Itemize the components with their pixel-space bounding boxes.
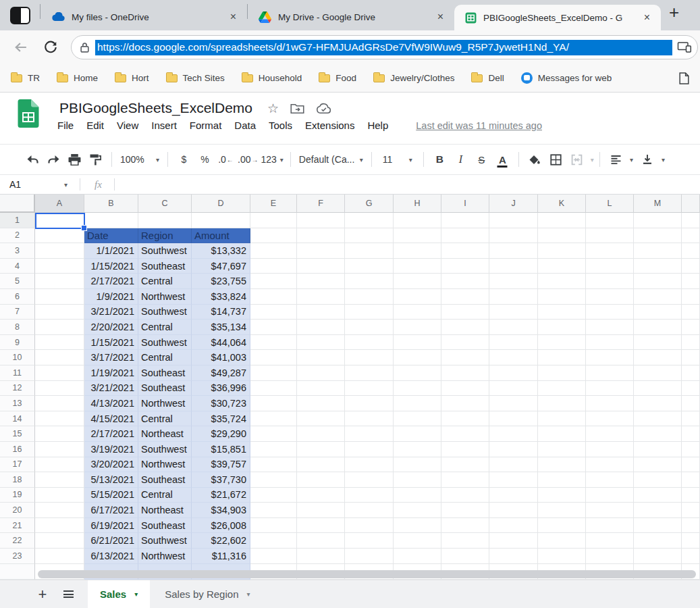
select-all-corner[interactable] — [0, 195, 35, 213]
cell-H19[interactable] — [394, 488, 441, 503]
cell-E20[interactable] — [250, 503, 297, 518]
sheet-tab-sales-by-region[interactable]: Sales by Region ▾ — [165, 588, 250, 600]
cell-G17[interactable] — [345, 457, 394, 473]
cell-H14[interactable] — [394, 411, 441, 427]
cell-I4[interactable] — [441, 259, 489, 274]
cell-H23[interactable] — [394, 549, 441, 564]
cell-M11[interactable] — [634, 365, 682, 381]
cell-G11[interactable] — [345, 365, 394, 381]
cell-K21[interactable] — [538, 518, 586, 534]
row-header-16[interactable]: 16 — [0, 442, 35, 457]
cell-B11[interactable]: 1/19/2021 — [84, 365, 138, 381]
cell-F17[interactable] — [297, 457, 345, 473]
cell-I10[interactable] — [441, 350, 489, 365]
row-header-14[interactable]: 14 — [0, 411, 35, 427]
cell-E10[interactable] — [250, 350, 297, 365]
cell-N5[interactable] — [682, 274, 700, 289]
cell-E7[interactable] — [250, 305, 297, 320]
cell-N23[interactable] — [682, 549, 700, 564]
chevron-down-icon[interactable]: ▾ — [630, 156, 633, 163]
cell-D21[interactable]: $26,008 — [192, 518, 250, 534]
decrease-decimal-button[interactable]: .0← — [217, 149, 235, 170]
menu-insert[interactable]: Insert — [151, 120, 177, 131]
menu-file[interactable]: File — [57, 120, 74, 131]
cell-B9[interactable]: 1/15/2021 — [84, 335, 138, 351]
cell-M12[interactable] — [634, 381, 682, 397]
cell-G9[interactable] — [345, 335, 394, 351]
cell-A17[interactable] — [35, 457, 84, 473]
cell-L9[interactable] — [586, 335, 634, 351]
cell-L8[interactable] — [586, 320, 634, 335]
cell-C3[interactable]: Southwest — [138, 243, 192, 259]
cell-B21[interactable]: 6/19/2021 — [84, 518, 138, 534]
cell-K8[interactable] — [538, 320, 586, 335]
redo-button[interactable] — [45, 149, 63, 170]
cell-N7[interactable] — [682, 305, 700, 320]
cell-G6[interactable] — [345, 289, 394, 305]
cell-J22[interactable] — [489, 533, 538, 549]
cell-I20[interactable] — [441, 503, 489, 518]
cell-D23[interactable]: $11,316 — [192, 549, 250, 564]
cell-C1[interactable] — [138, 213, 192, 228]
cell-K2[interactable] — [538, 228, 586, 244]
cell-J19[interactable] — [489, 488, 538, 503]
cell-I22[interactable] — [441, 533, 489, 549]
tab-onedrive[interactable]: My files - OneDrive × — [41, 3, 247, 30]
last-edit-status[interactable]: Last edit was 11 minutes ago — [416, 120, 542, 131]
cell-J13[interactable] — [489, 396, 538, 411]
cell-D22[interactable]: $22,602 — [192, 533, 250, 549]
cell-F21[interactable] — [297, 518, 345, 534]
cell-L3[interactable] — [586, 243, 634, 259]
cell-D17[interactable]: $39,757 — [192, 457, 250, 473]
cell-C4[interactable]: Southeast — [138, 259, 192, 274]
cell-I2[interactable] — [441, 228, 489, 244]
row-header-13[interactable]: 13 — [0, 396, 35, 411]
cell-G10[interactable] — [345, 350, 394, 365]
cell-D19[interactable]: $21,672 — [192, 488, 250, 503]
cell-N18[interactable] — [682, 472, 700, 488]
refresh-button[interactable] — [44, 41, 57, 54]
cell-E22[interactable] — [250, 533, 297, 549]
cell-J14[interactable] — [489, 411, 538, 427]
cell-I18[interactable] — [441, 472, 489, 488]
fill-color-button[interactable] — [526, 149, 544, 170]
row-header-9[interactable]: 9 — [0, 335, 35, 351]
sheet-tab-sales[interactable]: Sales ▾ — [88, 580, 150, 608]
cell-E2[interactable] — [250, 228, 297, 244]
cell-A21[interactable] — [35, 518, 84, 534]
cell-I15[interactable] — [441, 426, 489, 442]
cell-D16[interactable]: $15,851 — [192, 442, 250, 457]
cell-H2[interactable] — [394, 228, 441, 244]
merge-cells-button[interactable] — [568, 149, 586, 170]
cell-A10[interactable] — [35, 350, 84, 365]
cell-K13[interactable] — [538, 396, 586, 411]
menu-edit[interactable]: Edit — [86, 120, 104, 131]
add-sheet-button[interactable]: + — [32, 584, 53, 605]
close-icon[interactable]: × — [226, 11, 240, 23]
cell-H17[interactable] — [394, 457, 441, 473]
cell-B15[interactable]: 2/17/2021 — [84, 426, 138, 442]
cell-D4[interactable]: $47,697 — [192, 259, 250, 274]
cell-M17[interactable] — [634, 457, 682, 473]
cell-H15[interactable] — [394, 426, 441, 442]
cell-C22[interactable]: Southwest — [138, 533, 192, 549]
cell-A7[interactable] — [35, 305, 84, 320]
cell-K5[interactable] — [538, 274, 586, 289]
cell-M21[interactable] — [634, 518, 682, 534]
cell-A14[interactable] — [35, 411, 84, 427]
cell-G12[interactable] — [345, 381, 394, 397]
cell-B4[interactable]: 1/15/2021 — [84, 259, 138, 274]
cell-L21[interactable] — [586, 518, 634, 534]
cell-L15[interactable] — [586, 426, 634, 442]
cell-K18[interactable] — [538, 472, 586, 488]
col-header-J[interactable]: J — [489, 195, 538, 213]
cell-H20[interactable] — [394, 503, 441, 518]
cell-B18[interactable]: 5/13/2021 — [84, 472, 138, 488]
cell-E14[interactable] — [250, 411, 297, 427]
cell-C14[interactable]: Central — [138, 411, 192, 427]
url-text[interactable]: https://docs.google.com/spreadsheets/d/1… — [95, 40, 672, 55]
name-box[interactable]: A1 ▾ — [0, 179, 68, 190]
cloud-saved-icon[interactable] — [316, 103, 331, 114]
cell-L12[interactable] — [586, 381, 634, 397]
col-header-G[interactable]: G — [345, 195, 394, 213]
